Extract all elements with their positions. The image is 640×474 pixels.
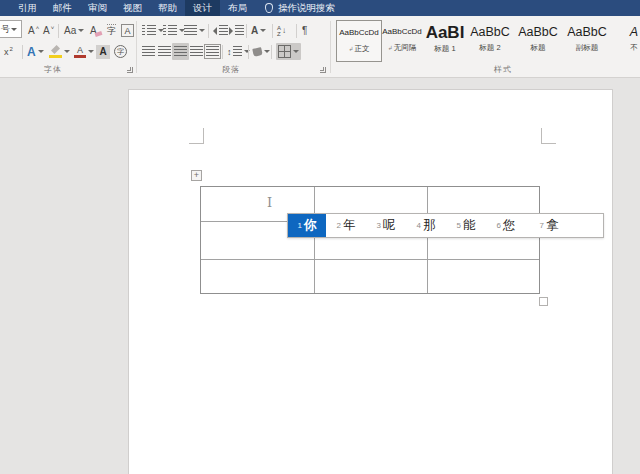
separator (272, 24, 273, 38)
tab-references[interactable]: 引用 (10, 0, 45, 16)
paragraph-dialog-launcher[interactable] (320, 67, 326, 73)
separator (296, 24, 297, 38)
chevron-down-icon (293, 50, 299, 53)
change-case-button[interactable]: Aa (64, 22, 84, 39)
chevron-down-icon (264, 50, 270, 53)
enclose-characters-button[interactable]: 字 (114, 43, 127, 60)
group-separator (136, 21, 137, 73)
text-effects-button[interactable]: A (27, 43, 44, 60)
grow-font-button[interactable]: A˄ (28, 22, 39, 39)
lightbulb-icon (265, 3, 273, 13)
paragraph-style-icon: ↲ (388, 45, 393, 51)
paragraph-group-label: 段落 (222, 64, 240, 75)
ime-candidate-selected[interactable]: 1你 (288, 214, 326, 237)
show-hide-marks-button[interactable]: ¶ (302, 22, 307, 39)
borders-grid-icon (278, 45, 291, 58)
line-spacing-button[interactable]: ↕ (227, 43, 250, 60)
shrink-font-button[interactable]: A˅ (43, 22, 54, 39)
distribute-icon (206, 46, 219, 57)
table-row-border[interactable] (201, 259, 539, 260)
spacing-lines-icon (233, 46, 242, 57)
table-column-border[interactable] (314, 187, 315, 293)
text-highlight-button[interactable] (49, 43, 70, 60)
margin-corner-mark-top-right (541, 128, 556, 144)
justify-button[interactable] (190, 43, 203, 60)
table-move-handle[interactable]: + (191, 170, 202, 181)
tab-help[interactable]: 帮助 (150, 0, 185, 16)
increase-indent-button[interactable] (229, 22, 244, 39)
margin-corner-mark-top-left (189, 128, 204, 144)
style-item-partial[interactable]: A 不 (614, 20, 640, 62)
chevron-down-icon (78, 29, 84, 32)
style-item-normal[interactable]: AaBbCcDd ↲正文 (336, 20, 382, 62)
style-label: 副标题 (564, 43, 610, 53)
tab-review[interactable]: 审阅 (80, 0, 115, 16)
chevron-down-icon (88, 50, 94, 53)
font-size-value: 号 (1, 23, 10, 36)
text-cursor-ibeam: I (267, 195, 272, 210)
character-border-button[interactable]: A (121, 22, 134, 39)
align-left-icon (142, 46, 155, 57)
indent-lines-icon (219, 25, 228, 36)
style-item-subtitle[interactable]: AaBbC 副标题 (564, 20, 610, 62)
asian-layout-button[interactable]: A (251, 22, 266, 39)
separator (222, 45, 223, 59)
separator (58, 24, 59, 38)
separator (208, 24, 209, 38)
style-item-heading1[interactable]: AaBI 标题 1 (424, 20, 466, 62)
style-item-no-spacing[interactable]: AaBbCcDd ↲无间隔 (378, 20, 426, 62)
separator (246, 24, 247, 38)
shading-button[interactable] (253, 43, 270, 60)
bullet-dots-icon (142, 25, 145, 36)
group-separator (330, 21, 331, 73)
style-item-title[interactable]: AaBbC 标题 (516, 20, 560, 62)
chevron-down-icon (38, 50, 44, 53)
multilevel-list-button[interactable] (184, 22, 205, 39)
ime-candidate[interactable]: 7拿 (526, 214, 572, 237)
tab-partial[interactable] (0, 0, 10, 16)
numbering-button[interactable] (163, 22, 185, 39)
ime-candidate[interactable]: 4那 (406, 214, 446, 237)
tab-mailings[interactable]: 邮件 (45, 0, 80, 16)
chevron-down-icon (64, 50, 70, 53)
style-item-heading2[interactable]: AaBbC 标题 2 (468, 20, 512, 62)
font-size-combobox[interactable]: 号 (0, 20, 22, 38)
ime-candidate[interactable]: 6您 (486, 214, 526, 237)
ime-candidate[interactable]: 5能 (446, 214, 486, 237)
ime-candidate[interactable]: 2年 (326, 214, 366, 237)
decrease-indent-button[interactable] (213, 22, 228, 39)
sort-button[interactable]: AZ ↓ (277, 22, 286, 39)
align-left-button[interactable] (142, 43, 155, 60)
borders-button-active[interactable] (276, 43, 301, 60)
list-lines-icon (147, 25, 156, 36)
style-label: 无间隔 (394, 43, 417, 52)
align-right-button-active[interactable] (172, 43, 189, 60)
table-column-border[interactable] (427, 187, 428, 293)
number-dots-icon (163, 25, 166, 36)
character-shading-button[interactable]: A (96, 43, 110, 60)
font-dialog-launcher[interactable] (127, 67, 133, 73)
style-label: 标题 (516, 43, 560, 53)
ime-candidate[interactable]: 3呢 (366, 214, 406, 237)
align-center-button[interactable] (158, 43, 171, 60)
multilevel-lines-icon (184, 25, 197, 36)
justify-icon (190, 46, 203, 57)
table-resize-handle[interactable] (539, 297, 548, 306)
tell-me-search[interactable]: 操作说明搜索 (265, 0, 335, 16)
phonetic-guide-button[interactable]: 字 (107, 22, 116, 39)
chevron-down-icon (260, 29, 266, 32)
distribute-button[interactable] (206, 43, 219, 60)
style-label: 标题 1 (424, 44, 466, 54)
font-color-button[interactable]: A (74, 43, 94, 60)
bullets-button[interactable] (142, 22, 164, 39)
clear-formatting-button[interactable]: A (90, 22, 102, 39)
tab-design-active[interactable]: 设计 (185, 0, 220, 16)
paragraph-style-icon: ↲ (348, 46, 353, 52)
chevron-down-icon (11, 28, 17, 31)
tab-view[interactable]: 视图 (115, 0, 150, 16)
chevron-down-icon (199, 29, 205, 32)
tab-layout[interactable]: 布局 (220, 0, 255, 16)
document-table[interactable] (200, 186, 540, 294)
superscript-button[interactable]: x2 (4, 43, 13, 60)
title-bar: 引用 邮件 审阅 视图 帮助 设计 布局 操作说明搜索 (0, 0, 640, 16)
